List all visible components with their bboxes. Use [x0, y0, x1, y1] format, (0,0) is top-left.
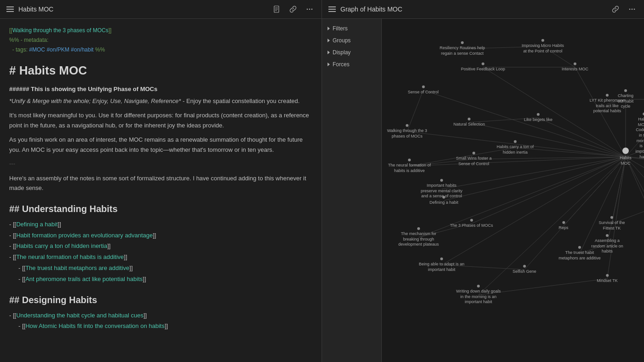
graph-node-walking-3-phases[interactable]: Walking through the 3 phases of MOCs	[384, 124, 430, 139]
graph-node-mechanism-breaking[interactable]: The mechanism for breaking through devel…	[396, 227, 442, 247]
filter-groups[interactable]: Groups	[322, 34, 381, 46]
divider: ---	[9, 159, 312, 169]
filter-triangle-groups	[328, 39, 330, 42]
node-dot-sense-of-control	[422, 86, 425, 88]
filter-triangle-display	[328, 51, 330, 54]
right-hamburger-icon[interactable]	[328, 6, 336, 12]
filter-forces[interactable]: Forces	[322, 58, 381, 70]
link-neural[interactable]: The neural formation of habits is additi…	[16, 253, 124, 260]
list-defining: - [[Defining a habit]]	[9, 220, 312, 230]
graph-node-neural-formation[interactable]: The neural formation of habits is additi…	[386, 159, 432, 173]
walking-link[interactable]: Walking through the 3 phases of MOCs	[12, 27, 109, 34]
node-label-reps: Reps	[558, 225, 568, 231]
graph-node-habits-carry-ton[interactable]: Habits carry a ton of hidden inertia	[492, 140, 538, 155]
filter-display-label: Display	[333, 49, 351, 56]
more-icon-button-left[interactable]	[304, 4, 315, 15]
graph-node-positive-feedback[interactable]: Positive Feedback Loop	[461, 63, 505, 72]
node-dot-selfish-gene	[523, 265, 526, 268]
tag-moc[interactable]: #MOC	[29, 46, 45, 53]
svg-line-19	[612, 157, 626, 224]
node-dot-charting-habit	[624, 89, 627, 92]
graph-node-writing-down-daily[interactable]: Writing down daily goals in the morning …	[455, 285, 501, 305]
filter-display[interactable]: Display	[322, 46, 381, 58]
graph-node-resiliency-routines-help[interactable]: Resiliency Routines help regain a sense …	[439, 41, 485, 56]
para3: Here's an assembly of the notes in some …	[9, 173, 312, 193]
graph-node-selfish-gene[interactable]: Selfish Gene	[512, 265, 536, 275]
link-habit-formation[interactable]: Habit formation provides an evolutionary…	[16, 232, 153, 239]
graph-node-sense-of-control[interactable]: Sense of Control	[408, 86, 438, 95]
link-truest[interactable]: The truest habit metaphors are additive	[25, 264, 129, 271]
node-label-defining-a-habit: Defining a habit	[430, 200, 459, 206]
link-icon-button-right[interactable]	[610, 4, 621, 15]
filter-filters-label: Filters	[333, 25, 348, 32]
node-label-habits-carry-ton: Habits carry a ton of hidden inertia	[492, 144, 538, 155]
tag-habit[interactable]: #on/habit	[71, 46, 93, 53]
graph-node-habits-moc[interactable]: Habits MOC	[616, 148, 635, 166]
filter-groups-label: Groups	[333, 37, 351, 44]
node-dot-resiliency-routines-help	[461, 41, 464, 44]
metadata-tags: - tags: #MOC #on/PKM #on/habit %%	[9, 46, 312, 54]
document-icon-button[interactable]	[271, 4, 282, 15]
metadata-percent: %% - metadata:	[9, 36, 312, 45]
node-dot-survival-fittest	[610, 216, 613, 219]
node-dot-mechanism-breaking	[417, 227, 420, 230]
left-header-right	[271, 4, 315, 15]
link-icon-button-left[interactable]	[288, 4, 299, 15]
node-dot-writing-down-daily	[477, 285, 480, 287]
graph-node-survival-fittest[interactable]: Survival of the Fittest TK	[596, 216, 628, 231]
node-label-mindset: Mindset TK	[597, 278, 617, 284]
node-label-positive-feedback: Positive Feedback Loop	[461, 67, 505, 72]
node-dot-natural-selection	[468, 118, 471, 121]
left-panel: Habits MOC	[0, 0, 322, 362]
node-label-like-begets: Like begets like	[524, 117, 552, 123]
node-label-being-able-adapt: Being able to adapt is an important habi…	[419, 262, 465, 272]
filter-triangle-filters	[328, 27, 330, 30]
svg-line-22	[607, 157, 626, 244]
graph-node-natural-selection[interactable]: Natural Selection	[454, 118, 485, 127]
node-label-natural-selection: Natural Selection	[454, 122, 485, 127]
node-dot-positive-feedback	[482, 63, 484, 65]
svg-line-29	[538, 118, 626, 157]
graph-canvas[interactable]: Habits MOCPositive Feedback LoopInterest…	[382, 19, 644, 362]
graph-node-interests-moc[interactable]: Interests MOC	[562, 63, 588, 72]
node-dot-habits-moc	[622, 148, 629, 154]
link-habits-carry[interactable]: Habits carry a ton of hidden inertia	[16, 242, 107, 249]
node-dot-reps	[562, 221, 565, 224]
tag-pkm[interactable]: #on/PKM	[46, 46, 69, 53]
list-habit-formation: - [[Habit formation provides an evolutio…	[9, 231, 312, 241]
graph-node-mindset[interactable]: Mindset TK	[597, 274, 617, 284]
graph-node-truest-habit[interactable]: The truest habit metaphors are additive	[557, 246, 603, 261]
graph-node-the-3-phases-of-mocs[interactable]: The 3 Phases of MOCs	[450, 219, 493, 229]
link-understanding-cycle[interactable]: Understanding the habit cycle and habitu…	[16, 312, 144, 319]
list-habits-carry: - [[Habits carry a ton of hidden inertia…	[9, 241, 312, 251]
svg-point-5	[309, 9, 310, 10]
node-dot-improving-micro	[541, 39, 544, 42]
hamburger-icon[interactable]	[6, 6, 14, 12]
link-atomic-habits[interactable]: How Atomic Habits fit into the conversat…	[25, 322, 165, 329]
more-icon-button-right[interactable]	[627, 4, 638, 15]
understanding-heading: ## Understanding Habits	[9, 201, 312, 216]
node-label-neural-formation: The neural formation of habits is additi…	[386, 163, 432, 173]
graph-node-like-begets[interactable]: Like begets like	[524, 113, 552, 123]
metadata-wikilink: [[Walking through the 3 phases of MOCs]]	[9, 26, 312, 35]
graph-node-habits-moc-coddling[interactable]: Habits MOC - Coddling in the morning is …	[635, 113, 644, 160]
svg-point-8	[632, 9, 633, 10]
graph-node-charting-habit[interactable]: Charting out habit cycle	[616, 89, 635, 109]
node-label-mechanism-breaking: The mechanism for breaking through devel…	[396, 231, 442, 247]
main-heading: # Habits MOC	[9, 61, 312, 80]
graph-node-improving-micro[interactable]: Improving Micro Habits at the Point of c…	[520, 39, 566, 54]
graph-node-small-wins[interactable]: Small Wins foster a Sense of Control	[451, 152, 497, 167]
node-label-charting-habit: Charting out habit cycle	[616, 93, 635, 109]
link-defining[interactable]: Defining a habit	[16, 221, 58, 228]
svg-point-6	[311, 9, 313, 10]
svg-point-7	[629, 9, 631, 10]
link-ant[interactable]: Ant pheromone trails act like potential …	[25, 276, 143, 282]
graph-node-defining-a-habit[interactable]: Defining a habit	[430, 196, 459, 206]
filter-triangle-forces	[328, 63, 330, 66]
filter-filters[interactable]: Filters	[322, 23, 381, 34]
graph-node-reps[interactable]: Reps	[558, 221, 568, 231]
list-ant: - [[Ant pheromone trails act like potent…	[9, 275, 312, 284]
svg-point-4	[307, 9, 308, 10]
right-header: Graph of Habits MOC	[322, 0, 644, 19]
graph-node-being-able-adapt[interactable]: Being able to adapt is an important habi…	[419, 258, 465, 272]
